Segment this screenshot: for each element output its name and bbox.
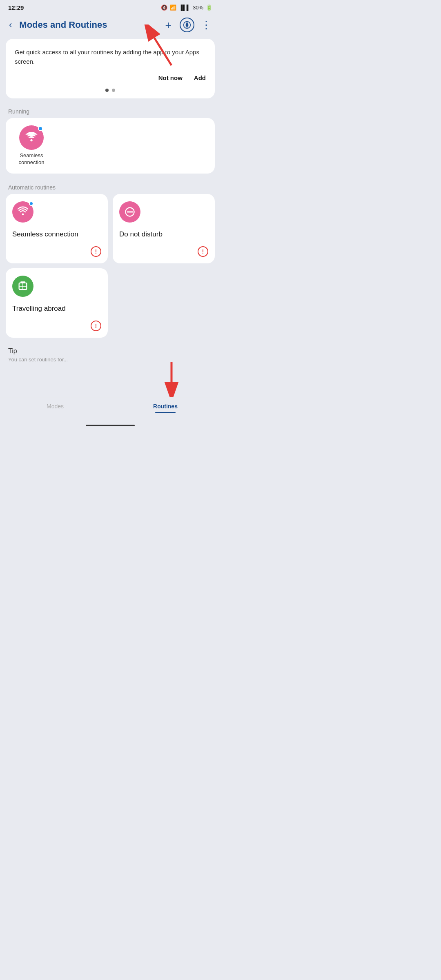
dnd-icon-wrap [119,201,140,223]
nav-routines-label: Routines [153,403,178,410]
bottom-nav: Modes Routines [0,397,220,421]
seamless-icon-wrap [12,201,33,223]
svg-marker-1 [186,22,188,25]
status-bar: 12:29 🔇 📶 ▐▌▌ 30% 🔋 [0,0,220,13]
running-item[interactable]: Seamlessconnection [13,125,50,166]
dot-2 [112,89,115,92]
back-button[interactable]: ‹ [6,18,15,32]
mute-icon: 🔇 [161,4,167,11]
battery-icon: 🔋 [206,4,212,11]
nav-routines[interactable]: Routines [110,403,220,413]
signal-icon: ▐▌▌ [179,4,190,11]
running-section-label: Running [0,104,220,118]
page-title: Modes and Routines [19,20,157,30]
toolbar: ‹ Modes and Routines + ⋮ [0,13,220,36]
auto-routines-section-label: Automatic routines [0,180,220,194]
nav-modes[interactable]: Modes [0,403,110,413]
dnd-footer: ! [119,246,208,257]
travel-footer: ! [12,321,101,331]
more-button[interactable]: ⋮ [198,18,213,32]
not-now-button[interactable]: Not now [158,73,183,83]
dnd-name: Do not disturb [119,230,208,239]
dnd-warning-icon: ! [198,246,208,257]
home-indicator [86,425,135,426]
auto-routines-grid: Seamless connection ! Do not disturb ! [6,194,215,338]
seamless-active-dot [29,201,33,206]
nav-modes-label: Modes [47,403,64,410]
arrow-down-container [0,364,220,389]
promo-actions: Not now Add [15,73,206,83]
auto-card-travel[interactable]: Travelling abroad ! [6,268,108,338]
status-time: 12:29 [8,4,24,11]
promo-dots [15,89,206,92]
seamless-name: Seamless connection [12,230,101,239]
active-indicator [38,126,43,131]
nav-routines-underline [155,412,176,413]
dot-1 [105,89,109,92]
tip-label: Tip [8,347,212,355]
seamless-warning-icon: ! [91,246,101,257]
svg-marker-2 [186,25,188,28]
travel-icon-wrap [12,276,33,297]
auto-card-seamless[interactable]: Seamless connection ! [6,194,108,263]
travel-icon [12,276,33,297]
running-card: Seamlessconnection [6,118,215,174]
arrow-down-annotation [155,360,188,397]
promo-text: Get quick access to all your routines by… [15,48,206,66]
promo-card: Get quick access to all your routines by… [6,39,215,98]
travel-warning-icon: ! [91,321,101,331]
status-icons: 🔇 📶 ▐▌▌ 30% 🔋 [161,4,212,11]
add-button[interactable]: + [161,18,176,32]
running-item-name: Seamlessconnection [19,152,45,166]
running-icon-wrap [19,125,44,150]
svg-point-6 [22,213,24,215]
svg-point-5 [30,139,32,141]
battery-text: 30% [193,4,203,11]
auto-card-dnd[interactable]: Do not disturb ! [113,194,215,263]
travel-name: Travelling abroad [12,304,101,313]
dnd-icon [119,201,140,223]
seamless-footer: ! [12,246,101,257]
add-button-promo[interactable]: Add [194,73,206,83]
compass-button[interactable] [180,18,194,32]
wifi-icon: 📶 [170,4,176,11]
